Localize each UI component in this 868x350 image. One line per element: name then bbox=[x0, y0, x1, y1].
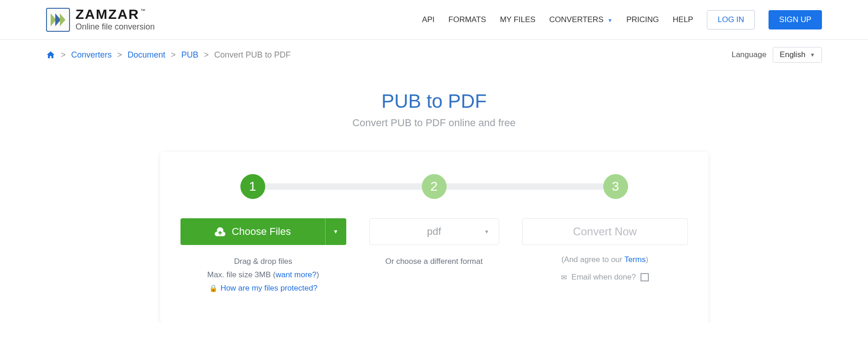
nav-pricing[interactable]: PRICING bbox=[626, 15, 659, 24]
choose-hints: Drag & drop files Max. file size 3MB (wa… bbox=[207, 255, 319, 295]
language-selector-wrap: Language English ▼ bbox=[732, 47, 822, 63]
brand-name: ZAMZAR bbox=[76, 7, 140, 21]
choose-files-button[interactable]: Choose Files bbox=[181, 218, 325, 245]
subheader: > Converters > Document > PUB > Convert … bbox=[0, 40, 868, 63]
logo-text: ZAMZAR ™ Online file conversion bbox=[76, 7, 155, 32]
nav-converters[interactable]: CONVERTERS ▼ bbox=[549, 15, 612, 24]
chevron-down-icon: ▼ bbox=[484, 229, 489, 234]
language-label: Language bbox=[732, 50, 767, 59]
hint-drag-drop: Drag & drop files bbox=[207, 255, 319, 268]
nav-help[interactable]: HELP bbox=[673, 15, 693, 24]
agree-prefix: (And agree to our bbox=[561, 255, 624, 264]
signup-button[interactable]: SIGN UP bbox=[769, 10, 822, 29]
hint-max-size: Max. file size 3MB (want more?) bbox=[207, 268, 319, 282]
choose-files-split-button: Choose Files ▼ bbox=[181, 218, 346, 245]
home-icon[interactable] bbox=[46, 50, 55, 59]
step-3: 3 bbox=[603, 174, 628, 199]
agree-suffix: ) bbox=[646, 255, 648, 264]
svg-marker-2 bbox=[60, 13, 65, 26]
breadcrumb-sep: > bbox=[117, 50, 122, 60]
email-when-done-checkbox[interactable] bbox=[641, 273, 649, 281]
files-protected-link[interactable]: How are my files protected? bbox=[221, 284, 318, 292]
logo-icon bbox=[46, 8, 70, 32]
chevron-down-icon: ▼ bbox=[810, 52, 815, 58]
language-select[interactable]: English ▼ bbox=[773, 47, 822, 63]
breadcrumb-converters[interactable]: Converters bbox=[71, 50, 112, 60]
hint-max-suffix: ) bbox=[316, 270, 319, 279]
step-1: 1 bbox=[240, 174, 265, 199]
brand-tagline: Online file conversion bbox=[76, 22, 155, 32]
choose-column: Choose Files ▼ Drag & drop files Max. fi… bbox=[181, 218, 346, 295]
brand-trademark: ™ bbox=[140, 8, 146, 13]
breadcrumb-sep: > bbox=[61, 50, 66, 60]
stepper: 1 2 3 bbox=[181, 174, 688, 199]
terms-link[interactable]: Terms bbox=[624, 255, 646, 264]
email-when-done-label: Email when done? bbox=[571, 273, 636, 282]
breadcrumb-current: Convert PUB to PDF bbox=[214, 50, 291, 60]
nav-api[interactable]: API bbox=[422, 15, 434, 24]
hint-max-prefix: Max. file size 3MB ( bbox=[207, 270, 275, 279]
format-selected: pdf bbox=[427, 226, 441, 238]
format-column: pdf ▼ Or choose a different format bbox=[369, 218, 499, 295]
nav-formats[interactable]: FORMATS bbox=[449, 15, 486, 24]
hero: PUB to PDF Convert PUB to PDF online and… bbox=[0, 90, 868, 129]
page-title: PUB to PDF bbox=[0, 90, 868, 112]
actions-row: Choose Files ▼ Drag & drop files Max. fi… bbox=[181, 218, 688, 295]
convert-column: Convert Now (And agree to our Terms) ✉ E… bbox=[522, 218, 688, 295]
choose-files-label: Choose Files bbox=[232, 226, 291, 238]
breadcrumb-pub[interactable]: PUB bbox=[181, 50, 198, 60]
login-button[interactable]: LOG IN bbox=[707, 10, 755, 29]
format-hint: Or choose a different format bbox=[385, 255, 483, 268]
convert-now-button[interactable]: Convert Now bbox=[522, 218, 688, 245]
choose-files-dropdown[interactable]: ▼ bbox=[325, 218, 346, 245]
upload-icon bbox=[214, 227, 226, 237]
agree-terms: (And agree to our Terms) bbox=[561, 255, 648, 264]
nav-converters-label: CONVERTERS bbox=[549, 15, 604, 24]
hint-protection: 🔒How are my files protected? bbox=[207, 282, 319, 295]
language-selected: English bbox=[780, 50, 805, 59]
breadcrumb-document[interactable]: Document bbox=[128, 50, 165, 60]
chevron-down-icon: ▼ bbox=[333, 228, 338, 235]
chevron-down-icon: ▼ bbox=[607, 18, 612, 23]
step-2: 2 bbox=[422, 174, 447, 199]
site-header: ZAMZAR ™ Online file conversion API FORM… bbox=[0, 0, 868, 40]
converter-card: 1 2 3 Choose Files ▼ bbox=[160, 152, 708, 323]
logo[interactable]: ZAMZAR ™ Online file conversion bbox=[46, 7, 155, 32]
breadcrumb-sep: > bbox=[171, 50, 176, 60]
format-select[interactable]: pdf ▼ bbox=[369, 218, 499, 245]
email-when-done-row: ✉ Email when done? bbox=[561, 273, 649, 282]
primary-nav: API FORMATS MY FILES CONVERTERS ▼ PRICIN… bbox=[422, 10, 822, 29]
lock-icon: 🔒 bbox=[209, 284, 218, 292]
envelope-icon: ✉ bbox=[561, 273, 567, 282]
breadcrumb: > Converters > Document > PUB > Convert … bbox=[46, 50, 291, 60]
page-subtitle: Convert PUB to PDF online and free bbox=[0, 117, 868, 129]
nav-my-files[interactable]: MY FILES bbox=[500, 15, 536, 24]
want-more-link[interactable]: want more? bbox=[275, 270, 316, 279]
breadcrumb-sep: > bbox=[204, 50, 209, 60]
